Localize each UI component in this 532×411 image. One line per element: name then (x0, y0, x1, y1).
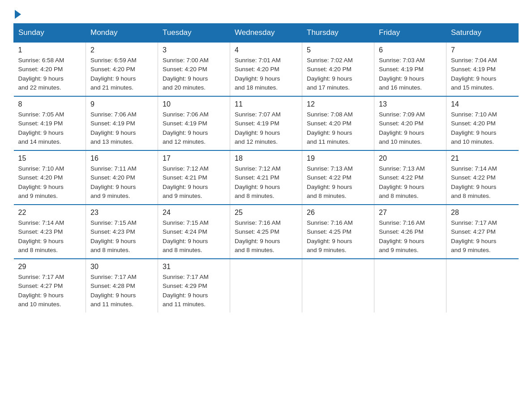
calendar-cell (446, 259, 519, 313)
calendar-week-row: 8Sunrise: 7:05 AMSunset: 4:19 PMDaylight… (14, 96, 519, 150)
day-number: 19 (307, 154, 369, 163)
logo-arrow-icon (15, 10, 21, 19)
calendar-cell: 16Sunrise: 7:11 AMSunset: 4:20 PMDayligh… (86, 150, 158, 205)
calendar-cell: 9Sunrise: 7:06 AMSunset: 4:19 PMDaylight… (86, 96, 158, 150)
calendar-cell: 14Sunrise: 7:10 AMSunset: 4:20 PMDayligh… (446, 96, 519, 150)
calendar-cell: 18Sunrise: 7:12 AMSunset: 4:21 PMDayligh… (230, 150, 302, 205)
calendar-cell: 30Sunrise: 7:17 AMSunset: 4:28 PMDayligh… (86, 259, 158, 313)
calendar-cell (302, 259, 374, 313)
day-number: 29 (18, 263, 82, 271)
day-info: Sunrise: 7:13 AMSunset: 4:22 PMDaylight:… (379, 164, 442, 201)
day-number: 21 (451, 154, 514, 163)
day-number: 13 (379, 100, 442, 108)
calendar-cell: 2Sunrise: 6:59 AMSunset: 4:20 PMDaylight… (86, 42, 158, 96)
calendar-cell: 10Sunrise: 7:06 AMSunset: 4:19 PMDayligh… (158, 96, 230, 150)
day-info: Sunrise: 7:17 AMSunset: 4:28 PMDaylight:… (90, 273, 153, 309)
day-number: 28 (451, 209, 514, 217)
day-number: 14 (451, 100, 514, 108)
day-info: Sunrise: 7:10 AMSunset: 4:20 PMDaylight:… (451, 110, 514, 146)
calendar-cell: 4Sunrise: 7:01 AMSunset: 4:20 PMDaylight… (230, 42, 302, 96)
day-info: Sunrise: 7:17 AMSunset: 4:27 PMDaylight:… (451, 218, 514, 255)
day-number: 3 (163, 46, 225, 54)
calendar-cell: 1Sunrise: 6:58 AMSunset: 4:20 PMDaylight… (14, 42, 86, 96)
day-number: 12 (307, 100, 369, 108)
day-info: Sunrise: 7:10 AMSunset: 4:20 PMDaylight:… (18, 164, 82, 201)
day-info: Sunrise: 7:16 AMSunset: 4:25 PMDaylight:… (235, 218, 297, 255)
calendar-cell: 25Sunrise: 7:16 AMSunset: 4:25 PMDayligh… (230, 205, 302, 259)
day-info: Sunrise: 7:13 AMSunset: 4:22 PMDaylight:… (307, 164, 369, 201)
day-number: 6 (379, 46, 442, 54)
day-number: 2 (90, 46, 153, 54)
day-number: 18 (235, 154, 297, 163)
calendar-week-row: 15Sunrise: 7:10 AMSunset: 4:20 PMDayligh… (14, 150, 519, 205)
day-info: Sunrise: 7:01 AMSunset: 4:20 PMDaylight:… (235, 56, 297, 92)
day-info: Sunrise: 7:06 AMSunset: 4:19 PMDaylight:… (163, 110, 225, 146)
day-info: Sunrise: 7:11 AMSunset: 4:20 PMDaylight:… (90, 164, 153, 201)
calendar-cell: 15Sunrise: 7:10 AMSunset: 4:20 PMDayligh… (14, 150, 86, 205)
day-info: Sunrise: 6:58 AMSunset: 4:20 PMDaylight:… (18, 56, 82, 92)
header-monday: Monday (86, 24, 158, 43)
day-info: Sunrise: 7:06 AMSunset: 4:19 PMDaylight:… (90, 110, 153, 146)
day-number: 30 (90, 263, 153, 271)
day-number: 31 (163, 263, 225, 271)
calendar-cell: 11Sunrise: 7:07 AMSunset: 4:19 PMDayligh… (230, 96, 302, 150)
calendar-table: SundayMondayTuesdayWednesdayThursdayFrid… (13, 23, 519, 313)
day-info: Sunrise: 7:16 AMSunset: 4:25 PMDaylight:… (307, 218, 369, 255)
day-info: Sunrise: 7:15 AMSunset: 4:23 PMDaylight:… (90, 218, 153, 255)
calendar-cell: 21Sunrise: 7:14 AMSunset: 4:22 PMDayligh… (446, 150, 519, 205)
page-header (13, 9, 519, 19)
calendar-cell: 6Sunrise: 7:03 AMSunset: 4:19 PMDaylight… (374, 42, 446, 96)
day-info: Sunrise: 7:12 AMSunset: 4:21 PMDaylight:… (235, 164, 297, 201)
day-info: Sunrise: 7:12 AMSunset: 4:21 PMDaylight:… (163, 164, 225, 201)
day-info: Sunrise: 7:04 AMSunset: 4:19 PMDaylight:… (451, 56, 514, 92)
day-number: 17 (163, 154, 225, 163)
calendar-cell (374, 259, 446, 313)
day-info: Sunrise: 6:59 AMSunset: 4:20 PMDaylight:… (90, 56, 153, 92)
day-number: 5 (307, 46, 369, 54)
calendar-cell: 22Sunrise: 7:14 AMSunset: 4:23 PMDayligh… (14, 205, 86, 259)
day-number: 11 (235, 100, 297, 108)
day-number: 20 (379, 154, 442, 163)
calendar-cell: 12Sunrise: 7:08 AMSunset: 4:20 PMDayligh… (302, 96, 374, 150)
calendar-cell: 20Sunrise: 7:13 AMSunset: 4:22 PMDayligh… (374, 150, 446, 205)
day-info: Sunrise: 7:16 AMSunset: 4:26 PMDaylight:… (379, 218, 442, 255)
header-saturday: Saturday (446, 24, 519, 43)
day-info: Sunrise: 7:05 AMSunset: 4:19 PMDaylight:… (18, 110, 82, 146)
calendar-cell: 5Sunrise: 7:02 AMSunset: 4:20 PMDaylight… (302, 42, 374, 96)
day-number: 8 (18, 100, 82, 108)
day-number: 24 (163, 209, 225, 217)
calendar-cell (230, 259, 302, 313)
day-info: Sunrise: 7:17 AMSunset: 4:29 PMDaylight:… (163, 273, 225, 309)
calendar-cell: 31Sunrise: 7:17 AMSunset: 4:29 PMDayligh… (158, 259, 230, 313)
day-number: 16 (90, 154, 153, 163)
day-number: 27 (379, 209, 442, 217)
day-info: Sunrise: 7:17 AMSunset: 4:27 PMDaylight:… (18, 273, 82, 309)
day-info: Sunrise: 7:14 AMSunset: 4:23 PMDaylight:… (18, 218, 82, 255)
day-number: 15 (18, 154, 82, 163)
calendar-header-row: SundayMondayTuesdayWednesdayThursdayFrid… (14, 24, 519, 43)
day-number: 1 (18, 46, 82, 54)
day-info: Sunrise: 7:00 AMSunset: 4:20 PMDaylight:… (163, 56, 225, 92)
calendar-cell: 23Sunrise: 7:15 AMSunset: 4:23 PMDayligh… (86, 205, 158, 259)
day-info: Sunrise: 7:15 AMSunset: 4:24 PMDaylight:… (163, 218, 225, 255)
calendar-cell: 28Sunrise: 7:17 AMSunset: 4:27 PMDayligh… (446, 205, 519, 259)
calendar-cell: 3Sunrise: 7:00 AMSunset: 4:20 PMDaylight… (158, 42, 230, 96)
calendar-cell: 29Sunrise: 7:17 AMSunset: 4:27 PMDayligh… (14, 259, 86, 313)
day-info: Sunrise: 7:14 AMSunset: 4:22 PMDaylight:… (451, 164, 514, 201)
day-info: Sunrise: 7:08 AMSunset: 4:20 PMDaylight:… (307, 110, 369, 146)
header-sunday: Sunday (14, 24, 86, 43)
day-number: 7 (451, 46, 514, 54)
header-friday: Friday (374, 24, 446, 43)
day-number: 22 (18, 209, 82, 217)
day-number: 25 (235, 209, 297, 217)
day-number: 23 (90, 209, 153, 217)
day-info: Sunrise: 7:02 AMSunset: 4:20 PMDaylight:… (307, 56, 369, 92)
header-wednesday: Wednesday (230, 24, 302, 43)
header-tuesday: Tuesday (158, 24, 230, 43)
calendar-week-row: 29Sunrise: 7:17 AMSunset: 4:27 PMDayligh… (14, 259, 519, 313)
calendar-cell: 17Sunrise: 7:12 AMSunset: 4:21 PMDayligh… (158, 150, 230, 205)
day-number: 9 (90, 100, 153, 108)
day-info: Sunrise: 7:03 AMSunset: 4:19 PMDaylight:… (379, 56, 442, 92)
calendar-cell: 8Sunrise: 7:05 AMSunset: 4:19 PMDaylight… (14, 96, 86, 150)
calendar-week-row: 22Sunrise: 7:14 AMSunset: 4:23 PMDayligh… (14, 205, 519, 259)
